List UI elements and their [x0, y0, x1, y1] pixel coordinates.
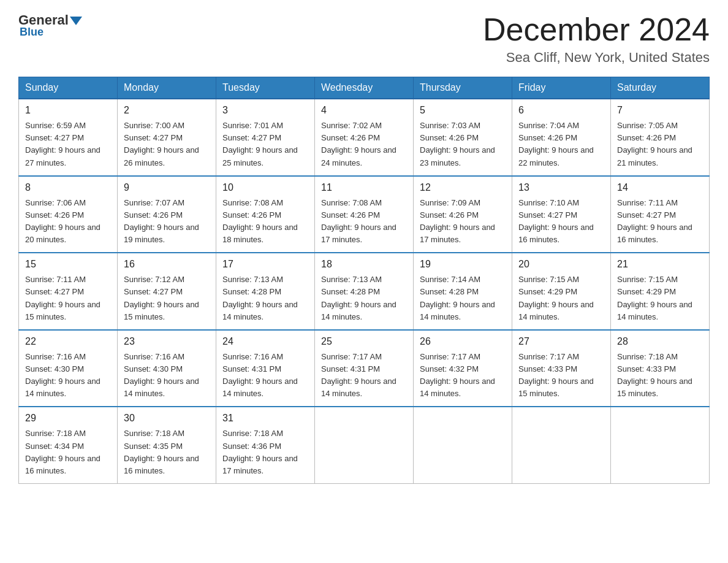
column-header-saturday: Saturday: [611, 77, 710, 99]
day-number: 12: [420, 180, 506, 195]
day-info: Sunrise: 7:13 AMSunset: 4:28 PMDaylight:…: [222, 274, 308, 323]
calendar-cell: 4 Sunrise: 7:02 AMSunset: 4:26 PMDayligh…: [315, 99, 414, 176]
day-info: Sunrise: 7:17 AMSunset: 4:33 PMDaylight:…: [518, 351, 604, 400]
calendar-cell: [414, 407, 512, 483]
day-info: Sunrise: 7:03 AMSunset: 4:26 PMDaylight:…: [420, 120, 506, 169]
day-info: Sunrise: 7:04 AMSunset: 4:26 PMDaylight:…: [518, 120, 604, 169]
calendar-cell: 1 Sunrise: 6:59 AMSunset: 4:27 PMDayligh…: [19, 99, 118, 176]
day-info: Sunrise: 7:06 AMSunset: 4:26 PMDaylight:…: [25, 197, 111, 247]
day-info: Sunrise: 6:59 AMSunset: 4:27 PMDaylight:…: [25, 120, 111, 169]
day-info: Sunrise: 7:11 AMSunset: 4:27 PMDaylight:…: [25, 274, 111, 323]
calendar-week-row: 8 Sunrise: 7:06 AMSunset: 4:26 PMDayligh…: [19, 176, 710, 253]
day-number: 4: [321, 103, 407, 118]
day-number: 7: [617, 103, 703, 118]
calendar-cell: 6 Sunrise: 7:04 AMSunset: 4:26 PMDayligh…: [512, 99, 611, 176]
day-info: Sunrise: 7:05 AMSunset: 4:26 PMDaylight:…: [617, 120, 703, 169]
column-header-sunday: Sunday: [19, 77, 118, 99]
day-number: 20: [518, 257, 604, 272]
calendar-cell: 23 Sunrise: 7:16 AMSunset: 4:30 PMDaylig…: [118, 330, 216, 407]
day-number: 10: [222, 180, 308, 195]
calendar-week-row: 29 Sunrise: 7:18 AMSunset: 4:34 PMDaylig…: [19, 407, 710, 483]
column-header-monday: Monday: [118, 77, 216, 99]
calendar-cell: 27 Sunrise: 7:17 AMSunset: 4:33 PMDaylig…: [512, 330, 611, 407]
calendar-cell: 20 Sunrise: 7:15 AMSunset: 4:29 PMDaylig…: [512, 253, 611, 330]
day-number: 5: [420, 103, 506, 118]
calendar-cell: 31 Sunrise: 7:18 AMSunset: 4:36 PMDaylig…: [216, 407, 315, 483]
calendar-cell: [512, 407, 611, 483]
day-number: 8: [25, 180, 111, 195]
day-number: 9: [124, 180, 210, 195]
day-info: Sunrise: 7:02 AMSunset: 4:26 PMDaylight:…: [321, 120, 407, 169]
calendar-header-row: SundayMondayTuesdayWednesdayThursdayFrid…: [19, 77, 710, 99]
day-info: Sunrise: 7:08 AMSunset: 4:26 PMDaylight:…: [321, 197, 407, 247]
day-number: 29: [25, 411, 111, 426]
day-info: Sunrise: 7:11 AMSunset: 4:27 PMDaylight:…: [617, 197, 703, 247]
calendar-week-row: 1 Sunrise: 6:59 AMSunset: 4:27 PMDayligh…: [19, 99, 710, 176]
day-info: Sunrise: 7:18 AMSunset: 4:35 PMDaylight:…: [124, 427, 210, 477]
day-number: 24: [222, 334, 308, 349]
day-number: 11: [321, 180, 407, 195]
day-number: 17: [222, 257, 308, 272]
day-number: 30: [124, 411, 210, 426]
day-number: 27: [518, 334, 604, 349]
calendar-cell: 24 Sunrise: 7:16 AMSunset: 4:31 PMDaylig…: [216, 330, 315, 407]
calendar-cell: 19 Sunrise: 7:14 AMSunset: 4:28 PMDaylig…: [414, 253, 512, 330]
calendar-cell: 11 Sunrise: 7:08 AMSunset: 4:26 PMDaylig…: [315, 176, 414, 253]
header: General Blue December 2024 Sea Cliff, Ne…: [18, 12, 710, 66]
calendar-cell: 14 Sunrise: 7:11 AMSunset: 4:27 PMDaylig…: [611, 176, 710, 253]
day-info: Sunrise: 7:12 AMSunset: 4:27 PMDaylight:…: [124, 274, 210, 323]
calendar-cell: 17 Sunrise: 7:13 AMSunset: 4:28 PMDaylig…: [216, 253, 315, 330]
day-info: Sunrise: 7:08 AMSunset: 4:26 PMDaylight:…: [222, 197, 308, 247]
calendar-cell: 16 Sunrise: 7:12 AMSunset: 4:27 PMDaylig…: [118, 253, 216, 330]
day-number: 3: [222, 103, 308, 118]
calendar-cell: 29 Sunrise: 7:18 AMSunset: 4:34 PMDaylig…: [19, 407, 118, 483]
calendar-cell: 2 Sunrise: 7:00 AMSunset: 4:27 PMDayligh…: [118, 99, 216, 176]
calendar-table: SundayMondayTuesdayWednesdayThursdayFrid…: [18, 77, 710, 484]
day-info: Sunrise: 7:09 AMSunset: 4:26 PMDaylight:…: [420, 197, 506, 247]
day-info: Sunrise: 7:18 AMSunset: 4:33 PMDaylight:…: [617, 351, 703, 400]
day-info: Sunrise: 7:07 AMSunset: 4:26 PMDaylight:…: [124, 197, 210, 247]
day-number: 19: [420, 257, 506, 272]
calendar-cell: 22 Sunrise: 7:16 AMSunset: 4:30 PMDaylig…: [19, 330, 118, 407]
day-number: 6: [518, 103, 604, 118]
calendar-cell: 13 Sunrise: 7:10 AMSunset: 4:27 PMDaylig…: [512, 176, 611, 253]
day-info: Sunrise: 7:15 AMSunset: 4:29 PMDaylight:…: [518, 274, 604, 323]
day-info: Sunrise: 7:16 AMSunset: 4:31 PMDaylight:…: [222, 351, 308, 400]
logo-triangle-icon: [70, 17, 82, 25]
day-info: Sunrise: 7:14 AMSunset: 4:28 PMDaylight:…: [420, 274, 506, 323]
day-info: Sunrise: 7:18 AMSunset: 4:34 PMDaylight:…: [25, 427, 111, 477]
day-number: 23: [124, 334, 210, 349]
month-title: December 2024: [483, 12, 710, 47]
day-number: 25: [321, 334, 407, 349]
day-info: Sunrise: 7:17 AMSunset: 4:32 PMDaylight:…: [420, 351, 506, 400]
calendar-cell: [315, 407, 414, 483]
title-area: December 2024 Sea Cliff, New York, Unite…: [483, 12, 710, 66]
day-number: 1: [25, 103, 111, 118]
day-number: 16: [124, 257, 210, 272]
day-info: Sunrise: 7:13 AMSunset: 4:28 PMDaylight:…: [321, 274, 407, 323]
day-number: 28: [617, 334, 703, 349]
day-info: Sunrise: 7:15 AMSunset: 4:29 PMDaylight:…: [617, 274, 703, 323]
day-number: 21: [617, 257, 703, 272]
calendar-cell: 28 Sunrise: 7:18 AMSunset: 4:33 PMDaylig…: [611, 330, 710, 407]
day-info: Sunrise: 7:01 AMSunset: 4:27 PMDaylight:…: [222, 120, 308, 169]
day-number: 13: [518, 180, 604, 195]
calendar-cell: 5 Sunrise: 7:03 AMSunset: 4:26 PMDayligh…: [414, 99, 512, 176]
calendar-cell: 25 Sunrise: 7:17 AMSunset: 4:31 PMDaylig…: [315, 330, 414, 407]
calendar-cell: 8 Sunrise: 7:06 AMSunset: 4:26 PMDayligh…: [19, 176, 118, 253]
day-info: Sunrise: 7:16 AMSunset: 4:30 PMDaylight:…: [124, 351, 210, 400]
day-number: 2: [124, 103, 210, 118]
calendar-cell: 21 Sunrise: 7:15 AMSunset: 4:29 PMDaylig…: [611, 253, 710, 330]
day-number: 22: [25, 334, 111, 349]
calendar-cell: 12 Sunrise: 7:09 AMSunset: 4:26 PMDaylig…: [414, 176, 512, 253]
day-number: 15: [25, 257, 111, 272]
column-header-tuesday: Tuesday: [216, 77, 315, 99]
day-number: 14: [617, 180, 703, 195]
column-header-wednesday: Wednesday: [315, 77, 414, 99]
calendar-cell: 15 Sunrise: 7:11 AMSunset: 4:27 PMDaylig…: [19, 253, 118, 330]
calendar-cell: 26 Sunrise: 7:17 AMSunset: 4:32 PMDaylig…: [414, 330, 512, 407]
day-number: 31: [222, 411, 308, 426]
calendar-cell: 3 Sunrise: 7:01 AMSunset: 4:27 PMDayligh…: [216, 99, 315, 176]
day-info: Sunrise: 7:10 AMSunset: 4:27 PMDaylight:…: [518, 197, 604, 247]
location-title: Sea Cliff, New York, United States: [483, 50, 710, 66]
